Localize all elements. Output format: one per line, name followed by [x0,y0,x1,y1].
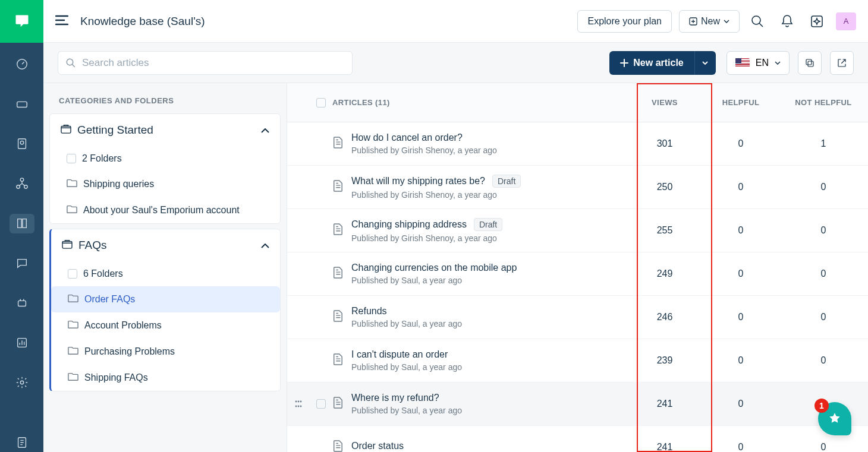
category-header[interactable]: FAQs [51,229,280,261]
folder-count-row[interactable]: 2 Folders [50,146,280,171]
category: Getting Started 2 FoldersShipping querie… [49,113,281,224]
svg-point-3 [20,141,24,145]
help-fab[interactable]: 1 [818,402,851,435]
brand-logo[interactable] [0,0,43,43]
views-value: 246 [627,312,703,323]
sidebar-item-label: Order FAQs [84,294,135,305]
article-row[interactable]: Changing shipping address Draft Publishe… [287,209,868,252]
article-row[interactable]: I can't dispute an order Published by Sa… [287,339,868,383]
helpful-value: 0 [703,182,779,192]
drag-handle[interactable] [287,400,310,408]
article-row[interactable]: What will my shipping rates be? Draft Pu… [287,166,868,209]
article-title: Order status [351,441,404,451]
explore-plan-button[interactable]: Explore your plan [577,10,672,33]
category-title: Getting Started [77,124,153,137]
article-meta: Published by Girish Shenoy, a year ago [351,233,502,243]
nav-network[interactable] [10,174,34,194]
plus-icon [620,59,628,67]
article-meta: Published by Girish Shenoy, a year ago [351,190,521,200]
nav-contacts[interactable] [10,134,34,154]
caret-down-icon [702,61,708,65]
not-helpful-value: 0 [779,268,868,279]
col-header-views[interactable]: VIEWS [627,98,703,107]
avatar[interactable]: A [836,12,856,30]
sidebar-item[interactable]: Shipping queries [50,171,280,197]
helpful-value: 0 [703,355,779,366]
sidebar-item-label: About your Saul's Emporium account [83,205,240,216]
open-external-button[interactable] [830,51,854,75]
hamburger-icon[interactable] [55,15,68,28]
category-icon [61,124,71,136]
search-icon[interactable] [746,10,769,33]
fab-badge: 1 [814,399,829,413]
new-article-dropdown[interactable] [694,51,716,75]
nav-settings[interactable] [10,372,34,392]
views-value: 241 [627,399,703,409]
nav-bot[interactable] [10,293,34,312]
article-row[interactable]: Where is my refund? Published by Saul, a… [287,383,868,426]
folder-icon [67,178,77,190]
search-icon [65,58,76,68]
helpful-value: 0 [703,442,779,452]
document-icon [332,310,343,324]
article-meta: Published by Saul, a year ago [351,406,462,415]
svg-point-4 [20,178,24,182]
select-all-checkbox[interactable] [316,98,326,108]
article-row[interactable]: How do I cancel an order? Published by G… [287,122,868,166]
draft-badge: Draft [474,218,502,231]
category-header[interactable]: Getting Started [50,114,280,146]
nav-tickets[interactable] [10,94,34,114]
bell-icon[interactable] [775,10,799,33]
document-icon [332,353,343,368]
copy-button[interactable] [798,51,822,75]
svg-point-12 [752,16,760,24]
svg-point-23 [298,406,300,407]
nav-dashboard[interactable] [10,55,34,74]
search-box[interactable] [58,51,353,75]
sidebar-item[interactable]: Purchasing Problems [51,339,280,365]
sidebar-item[interactable]: Order FAQs [51,286,280,312]
article-title: Changing currencies on the mobile app [351,263,517,273]
sidebar-heading: CATEGORIES AND FOLDERS [49,88,281,113]
col-header-not-helpful[interactable]: NOT HELPFUL [779,98,868,107]
svg-rect-16 [806,59,812,65]
language-button[interactable]: EN [727,51,790,75]
sidebar-item[interactable]: Account Problems [51,312,280,339]
col-header-helpful[interactable]: HELPFUL [703,98,779,107]
sidebar-item[interactable]: About your Saul's Emporium account [50,197,280,223]
article-row[interactable]: Order status 241 0 0 [287,426,868,452]
category-title: FAQs [78,239,107,252]
not-helpful-value: 0 [779,312,868,323]
svg-point-21 [300,401,302,403]
views-value: 250 [627,182,703,192]
article-title: Changing shipping address Draft [351,218,502,231]
sidebar-item-label: Purchasing Problems [84,346,175,357]
sparkle-icon[interactable] [805,10,829,33]
folder-count-checkbox[interactable] [68,269,77,279]
nav-reports[interactable] [10,333,34,352]
sidebar-item-label: Shipping FAQs [84,372,148,383]
folder-icon [68,320,78,331]
col-header-articles[interactable]: ARTICLES (11) [332,98,627,107]
chevron-up-icon [261,240,269,251]
new-button-label: New [701,16,720,27]
avatar-letter: A [844,17,849,26]
top-header: Knowledge base (Saul's) Explore your pla… [43,0,868,43]
row-checkbox[interactable] [316,399,326,409]
folder-count-checkbox[interactable] [67,154,76,163]
article-row[interactable]: Refunds Published by Saul, a year ago 24… [287,296,868,339]
new-button[interactable]: New [679,10,740,33]
new-article-button[interactable]: New article [609,51,694,75]
search-input[interactable] [82,57,345,69]
document-icon [332,440,343,452]
sidebar-item[interactable]: Shipping FAQs [51,365,280,391]
nav-knowledge-base[interactable] [10,214,34,233]
nav-notes[interactable] [10,432,34,452]
article-list: ARTICLES (11) VIEWS HELPFUL NOT HELPFUL … [287,83,868,452]
nav-chat[interactable] [10,254,34,273]
article-title: Where is my refund? [351,393,462,403]
sidebar: CATEGORIES AND FOLDERS Getting Started 2… [43,83,287,452]
article-row[interactable]: Changing currencies on the mobile app Pu… [287,252,868,296]
folder-count-row[interactable]: 6 Folders [51,261,280,286]
views-value: 255 [627,225,703,236]
